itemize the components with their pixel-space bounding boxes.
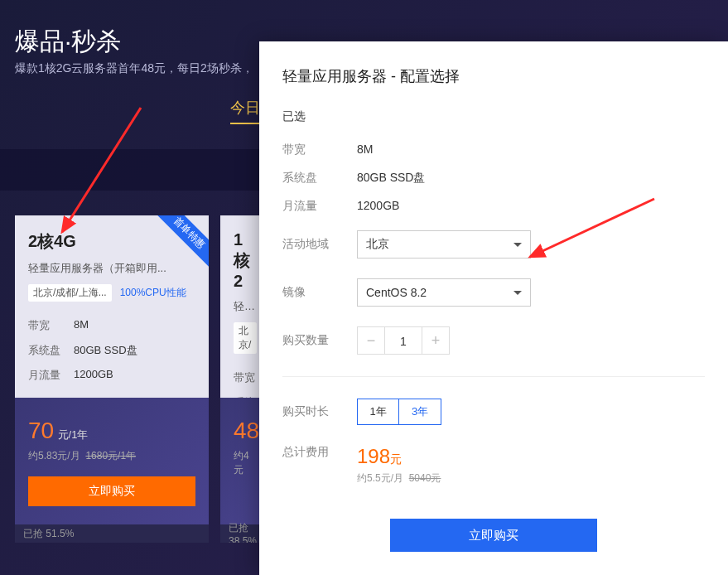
duration-option-3yr[interactable]: 3年 <box>399 399 441 424</box>
spec-value: 8M <box>74 318 89 333</box>
spec-label: 带宽 <box>234 370 257 385</box>
spec-grid: 带宽8M 系统盘80GB SSD盘 月流量1200GB <box>282 136 705 220</box>
price: 70 <box>28 418 54 443</box>
product-cards: 首单特惠 2核4G 轻量应用服务器（开箱即用... 北京/成都/上海... 10… <box>15 215 270 543</box>
card-subtitle: 轻量应用服务器（开箱即用... <box>28 261 195 276</box>
card-subtitle: 轻量应 <box>234 299 257 314</box>
spec-value: 8M <box>357 143 373 157</box>
image-select[interactable]: CentOS 8.2 <box>357 278 531 307</box>
total-strike: 5040元 <box>409 472 441 484</box>
spec-label: 系统盘 <box>28 343 74 358</box>
product-card[interactable]: 首单特惠 2核4G 轻量应用服务器（开箱即用... 北京/成都/上海... 10… <box>15 215 209 543</box>
duration-option-1yr[interactable]: 1年 <box>358 399 399 424</box>
tab-today[interactable]: 今日 <box>230 98 260 124</box>
price-strike: 1680元/1年 <box>85 450 136 461</box>
region-value: 北京 <box>366 237 389 252</box>
spec-label: 带宽 <box>28 318 74 333</box>
price-permonth: 约5.83元/月 <box>28 450 80 461</box>
qty-increment-button[interactable]: + <box>422 326 450 355</box>
spec-label: 带宽 <box>282 143 357 157</box>
page-title: 爆品·秒杀 <box>15 25 121 59</box>
chevron-down-icon <box>513 243 522 247</box>
buy-button[interactable]: 立即购买 <box>28 476 195 506</box>
modal-buy-button[interactable]: 立即购买 <box>390 519 597 552</box>
page-subtitle: 爆款1核2G云服务器首年48元，每日2场秒杀， <box>15 61 253 76</box>
cpu-tag: 100%CPU性能 <box>120 286 186 300</box>
divider <box>282 376 705 377</box>
image-value: CentOS 8.2 <box>366 286 427 299</box>
spec-label: 月流量 <box>28 368 74 383</box>
qty-value: 1 <box>385 326 422 355</box>
total-price: 198元 <box>357 445 402 467</box>
qty-decrement-button[interactable]: − <box>357 326 385 355</box>
image-label: 镜像 <box>282 285 357 300</box>
quantity-stepper: − 1 + <box>357 326 450 355</box>
card-title: 2核4G <box>28 230 195 253</box>
card-title: 1核2 <box>234 230 257 291</box>
qty-label: 购买数量 <box>282 333 357 348</box>
spec-value: 80GB SSD盘 <box>357 171 425 186</box>
chevron-down-icon <box>513 291 522 295</box>
selected-label: 已选 <box>282 109 705 124</box>
spec-value: 80GB SSD盘 <box>74 343 137 358</box>
total-label: 总计费用 <box>282 445 357 460</box>
card-top: 2核4G 轻量应用服务器（开箱即用... 北京/成都/上海... 100%CPU… <box>15 215 209 398</box>
region-tag: 北京/成都/上海... <box>28 284 112 302</box>
duration-toggle: 1年 3年 <box>357 399 441 425</box>
total-permonth: 约5.5元/月 <box>357 472 403 484</box>
region-select[interactable]: 北京 <box>357 230 531 259</box>
price-unit: 元/1年 <box>58 428 89 441</box>
spec-value: 1200GB <box>357 199 399 214</box>
price: 48 <box>234 418 259 443</box>
spec-label: 系统盘 <box>282 171 357 186</box>
region-tag: 北京/ <box>234 322 257 354</box>
price-permonth: 约4元 <box>234 450 249 476</box>
region-label: 活动地域 <box>282 237 357 252</box>
progress-text: 已抢 51.5% <box>15 524 209 543</box>
spec-value: 1200GB <box>74 368 113 383</box>
duration-label: 购买时长 <box>282 404 357 419</box>
spec-label: 月流量 <box>282 199 357 214</box>
config-modal: 轻量应用服务器 - 配置选择 已选 带宽8M 系统盘80GB SSD盘 月流量1… <box>259 41 728 575</box>
card-bottom: 70 元/1年 约5.83元/月 1680元/1年 立即购买 已抢 51.5% <box>15 398 209 543</box>
modal-title: 轻量应用服务器 - 配置选择 <box>282 66 705 86</box>
